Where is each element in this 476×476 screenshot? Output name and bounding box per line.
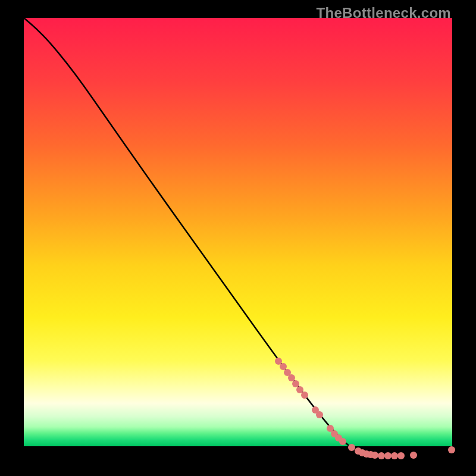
data-point xyxy=(301,392,308,399)
data-point xyxy=(348,444,355,451)
chart-plot-area xyxy=(24,18,452,458)
chart-curve xyxy=(24,18,452,458)
data-point xyxy=(391,452,398,459)
stage: TheBottleneck.com xyxy=(0,0,476,476)
data-point xyxy=(448,446,455,453)
data-point xyxy=(397,452,405,459)
